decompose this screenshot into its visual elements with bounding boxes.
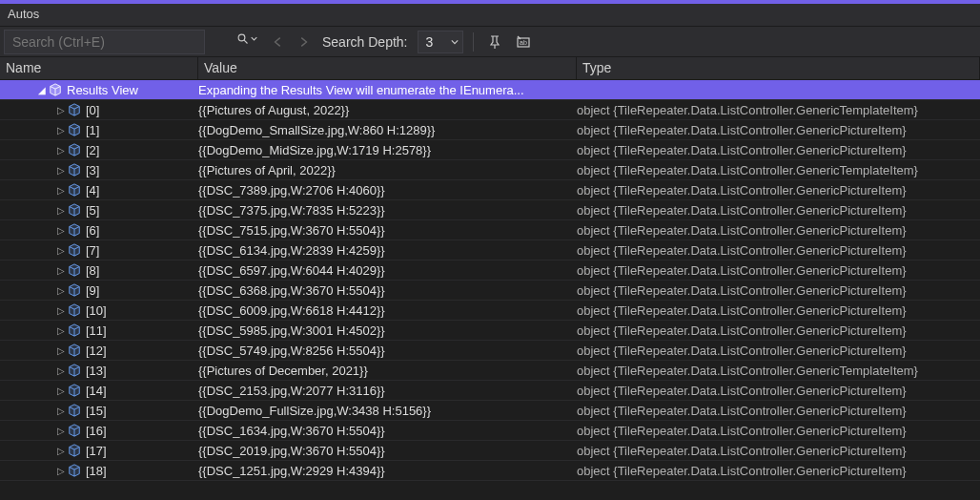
tree-row[interactable]: ▷[2]{{DogDemo_MidSize.jpg,W:1719 H:2578}… — [0, 140, 980, 160]
search-icon[interactable] — [237, 33, 257, 45]
expand-toggle[interactable]: ▷ — [55, 105, 67, 115]
tree-row[interactable]: ▷[15]{{DogDemo_FullSize.jpg,W:3438 H:515… — [0, 401, 980, 421]
column-header-type[interactable]: Type — [577, 57, 980, 79]
row-type: object {TileRepeater.Data.ListController… — [577, 203, 980, 218]
row-type: object {TileRepeater.Data.ListController… — [577, 223, 980, 238]
expand-toggle[interactable]: ▷ — [55, 426, 67, 436]
search-depth-label: Search Depth: — [322, 34, 408, 50]
row-name: [15] — [86, 404, 107, 418]
expand-toggle[interactable]: ▷ — [55, 265, 67, 276]
object-icon — [48, 82, 63, 97]
column-header-value[interactable]: Value — [198, 57, 577, 79]
expand-toggle[interactable]: ▷ — [55, 305, 67, 316]
row-type: object {TileRepeater.Data.ListController… — [577, 183, 980, 198]
expand-toggle[interactable]: ◢ — [36, 85, 48, 95]
tree-row[interactable]: ▷[6]{{DSC_7515.jpg,W:3670 H:5504}}object… — [0, 220, 980, 240]
row-value: {{DSC_2153.jpg,W:2077 H:3116}} — [198, 384, 577, 398]
grid-rows: ◢Results ViewExpanding the Results View … — [0, 80, 980, 500]
expand-toggle[interactable]: ▷ — [55, 285, 67, 296]
column-header-name[interactable]: Name — [0, 57, 198, 79]
row-type: object {TileRepeater.Data.ListController… — [577, 143, 980, 157]
row-value: {{Pictures of April, 2022}} — [198, 163, 577, 177]
tree-row[interactable]: ▷[10]{{DSC_6009.jpg,W:6618 H:4412}}objec… — [0, 301, 980, 321]
row-name: [13] — [86, 364, 107, 378]
expand-toggle[interactable]: ▷ — [55, 225, 67, 236]
row-type: object {TileRepeater.Data.ListController… — [577, 344, 980, 358]
expand-toggle[interactable]: ▷ — [55, 205, 67, 216]
search-depth-value: 3 — [426, 34, 434, 50]
tree-row[interactable]: ▷[4]{{DSC_7389.jpg,W:2706 H:4060}}object… — [0, 180, 980, 200]
tree-row[interactable]: ▷[0]{{Pictures of August, 2022}}object {… — [0, 100, 980, 120]
tree-row[interactable]: ▷[3]{{Pictures of April, 2022}}object {T… — [0, 160, 980, 180]
row-type: object {TileRepeater.Data.ListController… — [577, 404, 980, 418]
row-type: object {TileRepeater.Data.ListController… — [577, 424, 980, 438]
row-type: object {TileRepeater.Data.ListController… — [577, 323, 980, 338]
tree-row[interactable]: ▷[1]{{DogDemo_SmallSize.jpg,W:860 H:1289… — [0, 120, 980, 140]
row-value: {{DSC_7375.jpg,W:7835 H:5223}} — [198, 203, 577, 218]
object-icon — [67, 222, 82, 238]
expand-toggle[interactable]: ▷ — [55, 165, 67, 176]
object-icon — [67, 102, 82, 117]
row-value: {{DSC_6597.jpg,W:6044 H:4029}} — [198, 263, 577, 278]
row-name: [0] — [86, 103, 99, 117]
row-name: [2] — [86, 143, 99, 157]
tree-row[interactable]: ▷[18]{{DSC_1251.jpg,W:2929 H:4394}}objec… — [0, 461, 980, 481]
row-type: object {TileRepeater.Data.ListController… — [577, 283, 980, 298]
object-icon — [67, 463, 82, 478]
expand-toggle[interactable]: ▷ — [55, 446, 67, 456]
tree-row[interactable]: ▷[9]{{DSC_6368.jpg,W:3670 H:5504}}object… — [0, 281, 980, 301]
expand-toggle[interactable]: ▷ — [55, 406, 67, 416]
row-type: object {TileRepeater.Data.ListController… — [577, 123, 980, 137]
tree-row[interactable]: ▷[16]{{DSC_1634.jpg,W:3670 H:5504}}objec… — [0, 421, 980, 441]
row-value: {{DogDemo_FullSize.jpg,W:3438 H:5156}} — [198, 404, 577, 418]
row-value: {{DSC_2019.jpg,W:3670 H:5504}} — [198, 444, 577, 458]
tree-row[interactable]: ▷[14]{{DSC_2153.jpg,W:2077 H:3116}}objec… — [0, 381, 980, 401]
object-icon — [67, 403, 82, 418]
row-type: object {TileRepeater.Data.ListController… — [577, 444, 980, 458]
expand-toggle[interactable]: ▷ — [55, 125, 67, 135]
object-icon — [67, 202, 82, 218]
search-depth-combo[interactable]: 3 — [418, 31, 463, 53]
row-name: [7] — [86, 243, 99, 258]
object-icon — [67, 142, 82, 157]
svg-text:ab: ab — [520, 39, 527, 46]
tree-row-results-view[interactable]: ◢Results ViewExpanding the Results View … — [0, 80, 980, 100]
row-type: object {TileRepeater.Data.ListController… — [577, 163, 980, 177]
tree-row[interactable]: ▷[13]{{Pictures of December, 2021}}objec… — [0, 361, 980, 381]
expand-toggle[interactable]: ▷ — [55, 345, 67, 356]
row-type: object {TileRepeater.Data.ListController… — [577, 243, 980, 258]
expand-toggle[interactable]: ▷ — [55, 245, 67, 256]
row-name: [5] — [86, 203, 99, 218]
expand-toggle[interactable]: ▷ — [55, 185, 67, 196]
tree-row[interactable]: ▷[7]{{DSC_6134.jpg,W:2839 H:4259}}object… — [0, 240, 980, 260]
expand-toggle[interactable]: ▷ — [55, 145, 67, 156]
expand-toggle[interactable]: ▷ — [55, 385, 67, 396]
object-icon — [67, 363, 82, 378]
expand-toggle[interactable]: ▷ — [55, 466, 67, 476]
row-name: [14] — [86, 384, 107, 398]
search-prev-button[interactable] — [269, 32, 288, 52]
variable-grid: Name Value Type ◢Results ViewExpanding t… — [0, 57, 980, 500]
toolbar-highlight-button[interactable]: ab — [512, 31, 535, 53]
search-next-button[interactable] — [294, 32, 313, 52]
tree-row[interactable]: ▷[17]{{DSC_2019.jpg,W:3670 H:5504}}objec… — [0, 441, 980, 461]
row-name: [9] — [86, 283, 99, 298]
tree-row[interactable]: ▷[5]{{DSC_7375.jpg,W:7835 H:5223}}object… — [0, 200, 980, 220]
tree-row[interactable]: ▷[12]{{DSC_5749.jpg,W:8256 H:5504}}objec… — [0, 341, 980, 361]
row-name: [10] — [86, 303, 107, 318]
search-input[interactable] — [4, 30, 205, 54]
tree-row[interactable]: ▷[11]{{DSC_5985.jpg,W:3001 H:4502}}objec… — [0, 321, 980, 341]
row-name: [16] — [86, 424, 107, 438]
expand-toggle[interactable]: ▷ — [55, 325, 67, 336]
row-type: object {TileRepeater.Data.ListController… — [577, 464, 980, 478]
svg-point-0 — [238, 34, 245, 41]
search-wrap — [4, 30, 263, 54]
row-name: [18] — [86, 464, 107, 478]
expand-toggle[interactable]: ▷ — [55, 365, 67, 376]
toolbar-pin-button[interactable] — [483, 31, 506, 53]
object-icon — [67, 262, 82, 278]
row-name: [3] — [86, 163, 99, 177]
object-icon — [67, 443, 82, 458]
tree-row[interactable]: ▷[8]{{DSC_6597.jpg,W:6044 H:4029}}object… — [0, 260, 980, 281]
object-icon — [67, 302, 82, 318]
